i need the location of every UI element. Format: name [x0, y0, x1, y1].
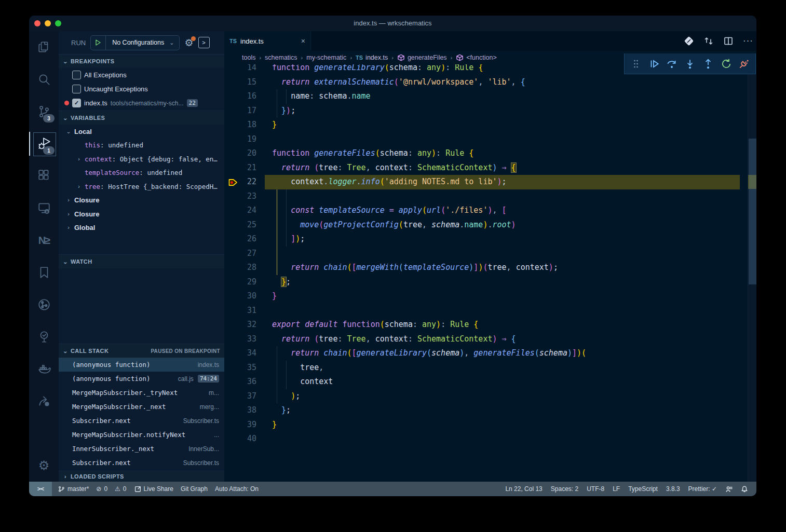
activitybar-git-graph[interactable] [29, 289, 59, 321]
line-number[interactable]: 36 [224, 375, 256, 389]
activitybar-run-and-debug[interactable]: 1 [29, 128, 59, 160]
code-line-17[interactable]: 17 }); [224, 104, 748, 118]
activitybar-bookmarks[interactable] [29, 256, 59, 289]
line-number[interactable]: 17 [224, 104, 256, 118]
more-actions-icon[interactable]: ··· [743, 36, 753, 46]
scope-row[interactable]: ›Closure [59, 194, 224, 208]
step-out-button[interactable] [701, 57, 715, 71]
code-line-25[interactable]: 25 move(getProjectConfig(tree, schema.na… [224, 218, 748, 233]
line-number[interactable]: 24 [224, 203, 256, 218]
statusbar-indentation[interactable]: Spaces: 2 [547, 485, 582, 493]
variable-row[interactable]: templateSource: undefined [59, 166, 224, 180]
line-number[interactable]: 23 [224, 189, 256, 204]
variable-row[interactable]: ›tree: HostTree {_backend: ScopedH… [59, 180, 224, 194]
statusbar-ts-version[interactable]: 3.8.3 [662, 485, 684, 493]
line-number[interactable]: 16 [224, 89, 256, 104]
tab-close-icon[interactable]: × [301, 37, 305, 45]
loaded-scripts-section-header[interactable]: › LOADED SCRIPTS [59, 471, 224, 482]
restart-button[interactable] [720, 57, 733, 71]
call-stack-frame[interactable]: (anonymous function)call.js74:24 [59, 372, 224, 386]
statusbar-git-graph[interactable]: Git Graph [177, 485, 211, 493]
activitybar-extensions[interactable] [29, 160, 59, 192]
statusbar-encoding[interactable]: UTF-8 [582, 485, 608, 493]
code-line-22[interactable]: 22 context.logger.info('adding NOTES.md … [224, 175, 748, 189]
statusbar-language-mode[interactable]: TypeScript [624, 485, 662, 493]
code-line-38[interactable]: 38 }; [224, 403, 748, 418]
line-number[interactable]: 15 [224, 75, 256, 90]
line-number[interactable]: 32 [224, 318, 256, 332]
code-line-37[interactable]: 37 ); [224, 389, 748, 404]
scope-row[interactable]: ⌄Local [59, 125, 224, 139]
line-number[interactable]: 35 [224, 361, 256, 375]
breakpoint-checkbox[interactable] [72, 85, 81, 93]
code-line-32[interactable]: 32export default function(schema: any): … [224, 318, 748, 332]
line-number[interactable]: 22 [224, 175, 256, 189]
line-number[interactable]: 21 [224, 161, 256, 175]
breakpoint-row[interactable]: Uncaught Exceptions [59, 82, 224, 96]
code-line-20[interactable]: 20function generateFiles(schema: any): R… [224, 146, 748, 161]
breadcrumb-item[interactable]: TSindex.ts [356, 54, 388, 61]
code-line-34[interactable]: 34 return chain([generateLibrary(schema)… [224, 346, 748, 361]
line-number[interactable]: 38 [224, 403, 256, 418]
call-stack-section-header[interactable]: ⌄ CALL STACK PAUSED ON BREAKPOINT [59, 344, 224, 358]
call-stack-frame[interactable]: (anonymous function)index.ts [59, 358, 224, 372]
code-line-23[interactable]: 23 [224, 189, 748, 204]
line-number[interactable]: 18 [224, 118, 256, 132]
variable-row[interactable]: this: undefined [59, 139, 224, 153]
statusbar-eol[interactable]: LF [608, 485, 624, 493]
activitybar-nx-console[interactable]: N≥ [29, 224, 59, 256]
code-area[interactable]: 14function generateLibrary(schema: any):… [224, 31, 748, 482]
call-stack-frame[interactable]: MergeMapSubscriber._nextmerg... [59, 400, 224, 414]
remote-indicator[interactable]: >< [29, 482, 52, 496]
code-line-28[interactable]: 28 return chain([mergeWith(templateSourc… [224, 261, 748, 275]
statusbar-errors[interactable]: ⊘0 [92, 485, 111, 493]
step-over-button[interactable] [665, 57, 679, 71]
continue-button[interactable] [647, 57, 661, 71]
line-number[interactable]: 25 [224, 218, 256, 233]
step-into-button[interactable] [683, 57, 697, 71]
statusbar-live-share[interactable]: Live Share [130, 485, 177, 493]
line-number[interactable]: 31 [224, 304, 256, 318]
editor-scrollbar[interactable] [748, 51, 756, 482]
launch-config-dropdown[interactable]: No Configurations ⌄ [90, 35, 180, 50]
statusbar-prettier[interactable]: Prettier: ✓ [684, 485, 721, 493]
code-line-15[interactable]: 15 return externalSchematic('@nrwl/works… [224, 75, 748, 90]
breakpoint-row[interactable]: All Exceptions [59, 68, 224, 82]
code-line-33[interactable]: 33 return (tree: Tree, context: Schemati… [224, 332, 748, 347]
call-stack-frame[interactable]: MergeMapSubscriber.notifyNext... [59, 428, 224, 442]
activitybar-search[interactable] [29, 63, 59, 96]
tab-index-ts[interactable]: TS index.ts × [224, 31, 311, 51]
line-number[interactable]: 39 [224, 418, 256, 432]
disconnect-button[interactable] [737, 57, 751, 71]
call-stack-frame[interactable]: MergeMapSubscriber._tryNextm... [59, 386, 224, 400]
code-line-36[interactable]: 36 context [224, 375, 748, 389]
activitybar-remote-explorer[interactable] [29, 192, 59, 224]
statusbar-git-branch[interactable]: master* [54, 485, 92, 493]
compare-changes-icon[interactable] [703, 36, 714, 46]
line-number[interactable]: 26 [224, 232, 256, 247]
breakpoint-checkbox[interactable]: ✓ [72, 99, 81, 107]
debug-console-icon[interactable]: > [198, 37, 210, 48]
line-number[interactable]: 34 [224, 346, 256, 361]
activitybar-explorer[interactable] [29, 31, 59, 63]
line-number[interactable]: 33 [224, 332, 256, 347]
call-stack-frame[interactable]: InnerSubscriber._nextInnerSub... [59, 442, 224, 456]
watch-section-header[interactable]: ⌄ WATCH [59, 254, 224, 268]
code-line-29[interactable]: 29 }; [224, 275, 748, 290]
code-line-31[interactable]: 31 [224, 304, 748, 318]
code-line-19[interactable]: 19 [224, 132, 748, 147]
statusbar-cursor-position[interactable]: Ln 22, Col 13 [501, 485, 546, 493]
code-line-21[interactable]: 21 return (tree: Tree, context: Schemati… [224, 161, 748, 175]
breadcrumb-item[interactable]: generateFiles [397, 54, 447, 61]
line-number[interactable]: 27 [224, 247, 256, 261]
breadcrumb-item[interactable]: schematics [265, 54, 297, 61]
split-editor-icon[interactable] [723, 36, 734, 46]
line-number[interactable]: 30 [224, 289, 256, 304]
code-line-16[interactable]: 16 name: schema.name [224, 89, 748, 104]
start-debug-icon[interactable] [91, 36, 106, 50]
code-line-35[interactable]: 35 tree, [224, 361, 748, 375]
breadcrumb-item[interactable]: <function> [456, 54, 496, 61]
statusbar-notifications[interactable] [737, 485, 752, 493]
code-line-27[interactable]: 27 [224, 247, 748, 261]
line-number[interactable]: 28 [224, 261, 256, 275]
